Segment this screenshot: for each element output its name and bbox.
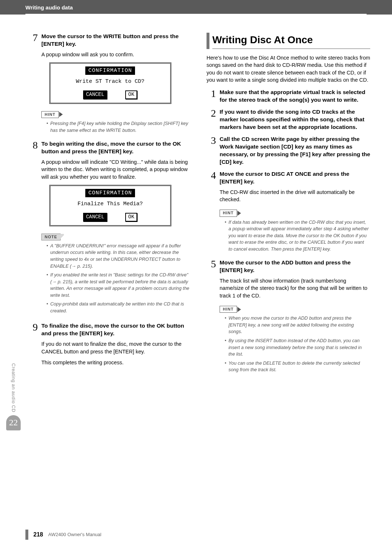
dialog-title: CONFIRMATION bbox=[85, 189, 135, 197]
hint-label: HINT bbox=[220, 210, 237, 216]
section-intro: Here's how to use the Disc At Once metho… bbox=[207, 54, 370, 84]
page-footer: 218 AW2400 Owner's Manual bbox=[25, 530, 101, 540]
step-heading: If you want to divide the song into CD t… bbox=[220, 108, 370, 131]
right-column: Writing Disc At Once Here's how to use t… bbox=[207, 33, 370, 376]
hint-text: Pressing the [F4] key while holding the … bbox=[50, 120, 191, 134]
step-body: If you do not want to finalize the disc,… bbox=[41, 340, 192, 355]
hint-1: HINT •Pressing the [F4] key while holdin… bbox=[41, 110, 192, 134]
step-body: This completes the writing process. bbox=[41, 359, 192, 366]
step-heading: To finalize the disc, move the cursor to… bbox=[41, 322, 192, 337]
hint-text: If data has already been written on the … bbox=[228, 219, 369, 253]
chapter-chip: 22 bbox=[6, 415, 21, 430]
step-heading: Make sure that the appropriate virtual t… bbox=[220, 89, 370, 104]
note-block: NOTE •A "BUFFER UNDERRUN!" error message… bbox=[41, 233, 192, 315]
note-item: Copy-prohibit data will automatically be… bbox=[50, 301, 191, 314]
section-title: Writing Disc At Once bbox=[212, 33, 370, 49]
step-heading: Move the cursor to the ADD button and pr… bbox=[220, 259, 370, 274]
step-7: 7 Move the cursor to the WRITE button an… bbox=[28, 33, 192, 48]
note-item: A "BUFFER UNDERRUN!" error message will … bbox=[50, 243, 191, 270]
hint-text: You can use the DELETE button to delete … bbox=[228, 360, 369, 373]
page-number: 218 bbox=[33, 531, 43, 539]
hint-label: HINT bbox=[220, 306, 237, 313]
step-3: 3 Call the CD screen Write page by eithe… bbox=[207, 135, 370, 166]
step-heading: Move the cursor to DISC AT ONCE and pres… bbox=[220, 170, 370, 186]
hint-5: HINT •When you move the cursor to the AD… bbox=[220, 305, 370, 373]
dialog-confirmation-2: CONFIRMATION Finalize This Media? CANCEL… bbox=[49, 185, 171, 226]
step-body: The CD-RW disc inserted in the drive wil… bbox=[220, 189, 370, 203]
step-number: 5 bbox=[207, 259, 216, 274]
cancel-button[interactable]: CANCEL bbox=[83, 213, 107, 222]
step-5: 5 Move the cursor to the ADD button and … bbox=[207, 259, 370, 274]
step-number: 8 bbox=[28, 140, 38, 155]
step-number: 3 bbox=[207, 135, 216, 166]
step-number: 4 bbox=[207, 170, 216, 186]
step-body: The track list will show information (tr… bbox=[220, 277, 370, 299]
step-heading: Move the cursor to the WRITE button and … bbox=[41, 33, 192, 48]
dialog-confirmation-1: CONFIRMATION Write ST Track to CD? CANCE… bbox=[49, 62, 171, 104]
step-body: A popup window will ask you to confirm. bbox=[41, 51, 192, 58]
dialog-title: CONFIRMATION bbox=[85, 66, 135, 75]
side-tab: Creating an audio CD 22 bbox=[7, 363, 20, 430]
side-label: Creating an audio CD bbox=[10, 363, 17, 412]
manual-title: AW2400 Owner's Manual bbox=[48, 531, 102, 538]
dialog-message: Finalize This Media? bbox=[50, 200, 170, 208]
step-heading: Call the CD screen Write page by either … bbox=[220, 135, 370, 166]
hint-label: HINT bbox=[41, 111, 59, 118]
cancel-button[interactable]: CANCEL bbox=[83, 90, 107, 99]
section-heading: Writing Disc At Once bbox=[207, 33, 370, 49]
ok-button[interactable]: OK bbox=[125, 213, 137, 222]
footer-accent bbox=[25, 530, 28, 540]
step-1: 1 Make sure that the appropriate virtual… bbox=[207, 89, 370, 104]
step-number: 1 bbox=[207, 89, 216, 104]
step-2: 2 If you want to divide the song into CD… bbox=[207, 108, 370, 131]
hint-text: When you move the cursor to the ADD butt… bbox=[228, 315, 369, 335]
step-4: 4 Move the cursor to DISC AT ONCE and pr… bbox=[207, 170, 370, 186]
step-body: A popup window will indicate "CD Writing… bbox=[41, 158, 192, 181]
step-8: 8 To begin writing the disc, move the cu… bbox=[28, 140, 192, 155]
hint-text: By using the INSERT button instead of th… bbox=[228, 337, 369, 358]
note-item: If you enabled the write test in "Basic … bbox=[50, 272, 191, 299]
left-column: 7 Move the cursor to the WRITE button an… bbox=[28, 33, 192, 376]
step-number: 9 bbox=[28, 322, 38, 337]
step-heading: To begin writing the disc, move the curs… bbox=[41, 140, 192, 155]
hint-4: HINT •If data has already been written o… bbox=[220, 209, 370, 252]
note-label: NOTE bbox=[41, 234, 61, 240]
step-number: 7 bbox=[28, 33, 38, 48]
ok-button[interactable]: OK bbox=[125, 90, 137, 99]
chapter-title: Writing audio data bbox=[25, 4, 73, 11]
step-number: 2 bbox=[207, 108, 216, 131]
step-9: 9 To finalize the disc, move the cursor … bbox=[28, 322, 192, 337]
dialog-message: Write ST Track to CD? bbox=[50, 78, 170, 85]
accent-bar bbox=[207, 33, 209, 49]
